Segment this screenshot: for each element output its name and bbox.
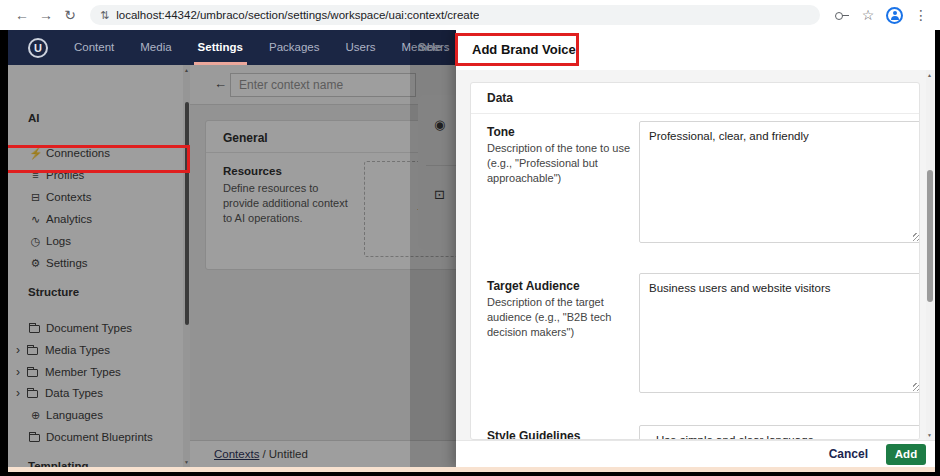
browser-back-icon[interactable]: ← bbox=[10, 7, 34, 23]
tone-textarea[interactable]: Professional, clear, and friendly bbox=[639, 121, 920, 243]
address-bar[interactable]: ⇅ localhost:44342/umbraco/section/settin… bbox=[90, 5, 820, 25]
scroll-down-icon[interactable]: ▼ bbox=[926, 432, 933, 438]
nav-item-packages[interactable]: Packages bbox=[269, 30, 320, 65]
tone-label: Tone bbox=[487, 125, 632, 139]
browser-profile-avatar[interactable] bbox=[886, 7, 903, 24]
umbraco-logo-icon[interactable]: U bbox=[28, 38, 48, 58]
panel-footer: Cancel Add bbox=[456, 440, 935, 467]
data-section-title: Data bbox=[487, 91, 513, 105]
password-key-icon[interactable] bbox=[834, 10, 850, 20]
panel-scrollbar[interactable]: ▲ ▼ bbox=[926, 70, 934, 440]
nav-item-content[interactable]: Content bbox=[74, 30, 114, 65]
nav-item-users[interactable]: Users bbox=[346, 30, 376, 65]
scroll-up-icon[interactable]: ▲ bbox=[926, 72, 933, 78]
nav-item-settings[interactable]: Settings bbox=[198, 30, 243, 65]
style-guidelines-textarea[interactable]: - Use simple and clear language bbox=[639, 425, 920, 440]
add-brand-voice-panel: Add Brand Voice Data Tone Description of… bbox=[456, 30, 935, 467]
bottom-accent-strip bbox=[8, 467, 935, 472]
target-audience-textarea[interactable]: Business users and website visitors bbox=[639, 273, 920, 393]
browser-refresh-icon[interactable]: ↻ bbox=[58, 7, 82, 23]
panel-title: Add Brand Voice bbox=[472, 30, 576, 69]
browser-forward-icon[interactable]: → bbox=[34, 7, 58, 23]
bookmark-star-icon[interactable]: ☆ bbox=[856, 7, 880, 23]
browser-menu-icon[interactable]: ⋮ bbox=[909, 7, 933, 23]
target-audience-label: Target Audience bbox=[487, 279, 632, 293]
target-audience-description: Description of the target audience (e.g.… bbox=[487, 295, 632, 340]
data-card: Data Tone Description of the tone to use… bbox=[470, 82, 920, 440]
divider bbox=[471, 113, 919, 114]
inner-modal-backdrop bbox=[410, 30, 456, 467]
nav-item-settings-label: Settings bbox=[198, 41, 243, 53]
modal-backdrop bbox=[8, 65, 456, 467]
cancel-button[interactable]: Cancel bbox=[829, 447, 868, 461]
nav-item-media[interactable]: Media bbox=[140, 30, 171, 65]
browser-toolbar: ← → ↻ ⇅ localhost:44342/umbraco/section/… bbox=[0, 0, 940, 30]
panel-header: Add Brand Voice bbox=[456, 30, 935, 70]
url-text: localhost:44342/umbraco/section/settings… bbox=[116, 9, 479, 21]
add-button[interactable]: Add bbox=[886, 444, 926, 465]
panel-scrollbar-thumb[interactable] bbox=[927, 170, 933, 302]
tone-description: Description of the tone to use (e.g., "P… bbox=[487, 141, 632, 186]
panel-body: Data Tone Description of the tone to use… bbox=[456, 70, 935, 440]
site-settings-icon[interactable]: ⇅ bbox=[100, 9, 109, 22]
style-guidelines-label: Style Guidelines bbox=[487, 429, 632, 440]
umbraco-app: U Content Media Settings Packages Users … bbox=[8, 30, 935, 467]
